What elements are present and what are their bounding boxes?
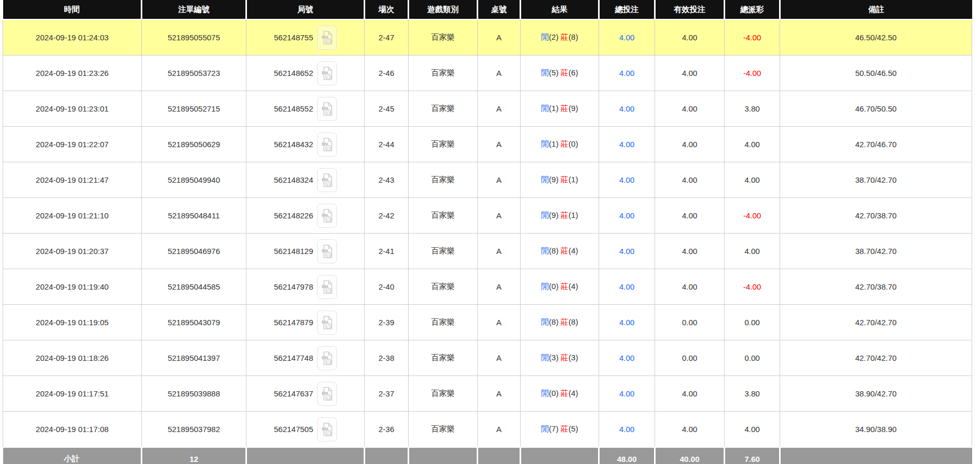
cell-valid-bet: 4.00 bbox=[655, 376, 725, 412]
result-player-score: (9) bbox=[549, 175, 558, 184]
video-playback-button[interactable] bbox=[317, 26, 337, 50]
cell-round-id: 562148324 bbox=[246, 162, 365, 198]
footer-empty-table-no bbox=[478, 447, 521, 464]
result-banker-label: 莊 bbox=[561, 68, 569, 77]
cell-round-id: 562148432 bbox=[246, 127, 365, 162]
cell-round-id: 562147748 bbox=[246, 340, 365, 376]
result-player-score: (8) bbox=[549, 246, 558, 255]
cell-valid-bet: 4.00 bbox=[655, 56, 725, 91]
round-number: 562147505 bbox=[274, 425, 313, 434]
cell-remark: 42.70/38.70 bbox=[780, 198, 972, 234]
cell-table-no: A bbox=[478, 91, 521, 127]
total-bet-link[interactable]: 4.00 bbox=[619, 247, 634, 256]
result-player-label: 閒 bbox=[541, 353, 549, 362]
cell-payout: -4.00 bbox=[725, 269, 780, 305]
video-playback-button[interactable] bbox=[317, 382, 337, 406]
result-player-label: 閒 bbox=[541, 282, 549, 291]
cell-round-id: 562148755 bbox=[246, 19, 365, 56]
cell-remark: 46.50/42.50 bbox=[780, 19, 972, 56]
cell-game-type: 百家樂 bbox=[409, 198, 478, 234]
total-bet-link[interactable]: 4.00 bbox=[619, 353, 634, 362]
result-player-score: (9) bbox=[549, 211, 558, 219]
col-header-result: 結果 bbox=[521, 0, 599, 19]
video-playback-button[interactable] bbox=[317, 275, 337, 299]
result-player-label: 閒 bbox=[541, 389, 549, 397]
cell-valid-bet: 0.00 bbox=[655, 305, 725, 340]
cell-total-bet: 4.00 bbox=[599, 19, 655, 56]
result-banker-label: 莊 bbox=[561, 424, 569, 433]
total-bet-link[interactable]: 4.00 bbox=[619, 211, 634, 220]
result-banker-label: 莊 bbox=[561, 353, 569, 362]
result-player-label: 閒 bbox=[541, 246, 549, 255]
video-playback-button[interactable] bbox=[317, 311, 337, 335]
result-banker-score: (0) bbox=[569, 139, 578, 148]
cell-round-id: 562148226 bbox=[246, 198, 365, 234]
total-bet-link[interactable]: 4.00 bbox=[619, 318, 634, 327]
cell-round-id: 562147505 bbox=[246, 412, 365, 448]
video-playback-button[interactable] bbox=[317, 346, 337, 370]
cell-total-bet: 4.00 bbox=[599, 376, 655, 412]
result-player-score: (0) bbox=[549, 282, 558, 291]
round-number: 562147879 bbox=[274, 318, 313, 327]
video-playback-icon bbox=[321, 65, 333, 81]
cell-payout: 0.00 bbox=[725, 340, 780, 376]
cell-result: 閒(8) 莊(8) bbox=[521, 305, 599, 340]
cell-valid-bet: 4.00 bbox=[655, 91, 725, 127]
cell-time: 2024-09-19 01:22:07 bbox=[3, 127, 142, 162]
cell-bet-id: 521895043079 bbox=[142, 305, 246, 340]
cell-game-type: 百家樂 bbox=[409, 340, 478, 376]
video-playback-button[interactable] bbox=[317, 204, 337, 228]
cell-round-id: 562147978 bbox=[246, 269, 365, 305]
footer-payout: 7.60 bbox=[725, 447, 780, 464]
result-player-score: (7) bbox=[549, 424, 558, 433]
total-bet-link[interactable]: 4.00 bbox=[619, 104, 634, 113]
footer-empty-remark bbox=[780, 447, 972, 464]
cell-total-bet: 4.00 bbox=[599, 340, 655, 376]
cell-game-type: 百家樂 bbox=[409, 412, 478, 448]
round-number: 562148755 bbox=[274, 33, 313, 42]
cell-table-no: A bbox=[478, 198, 521, 234]
cell-bet-id: 521895055075 bbox=[142, 19, 246, 56]
video-playback-button[interactable] bbox=[317, 132, 337, 157]
total-bet-link[interactable]: 4.00 bbox=[619, 33, 634, 42]
result-player-label: 閒 bbox=[541, 32, 549, 41]
result-player-score: (1) bbox=[549, 104, 558, 113]
video-playback-button[interactable] bbox=[317, 61, 337, 85]
result-player-score: (0) bbox=[549, 389, 558, 397]
bet-history-row: 2024-09-19 01:19:40 521895044585 5621479… bbox=[3, 269, 972, 305]
result-banker-score: (4) bbox=[569, 246, 578, 255]
cell-result: 閒(9) 莊(1) bbox=[521, 162, 599, 198]
col-header-remark: 備註 bbox=[780, 0, 972, 19]
video-playback-button[interactable] bbox=[317, 97, 337, 121]
total-bet-link[interactable]: 4.00 bbox=[619, 175, 634, 184]
cell-result: 閒(9) 莊(1) bbox=[521, 198, 599, 234]
footer-empty-result bbox=[521, 447, 599, 464]
total-bet-link[interactable]: 4.00 bbox=[619, 69, 634, 78]
cell-table-no: A bbox=[478, 376, 521, 412]
cell-session: 2-39 bbox=[365, 305, 409, 340]
col-header-game-type: 遊戲類別 bbox=[409, 0, 478, 19]
video-playback-button[interactable] bbox=[317, 239, 337, 263]
footer-row-count: 12 bbox=[142, 447, 246, 464]
video-playback-button[interactable] bbox=[317, 168, 337, 192]
cell-table-no: A bbox=[478, 412, 521, 448]
total-bet-link[interactable]: 4.00 bbox=[619, 140, 634, 149]
cell-bet-id: 521895044585 bbox=[142, 269, 246, 305]
cell-game-type: 百家樂 bbox=[409, 376, 478, 412]
cell-session: 2-37 bbox=[365, 376, 409, 412]
total-bet-link[interactable]: 4.00 bbox=[619, 389, 634, 398]
video-playback-button[interactable] bbox=[317, 417, 337, 441]
cell-round-id: 562147637 bbox=[246, 376, 365, 412]
cell-game-type: 百家樂 bbox=[409, 91, 478, 127]
total-bet-link[interactable]: 4.00 bbox=[619, 282, 634, 291]
cell-valid-bet: 4.00 bbox=[655, 198, 725, 234]
result-player-label: 閒 bbox=[541, 175, 549, 184]
cell-session: 2-36 bbox=[365, 412, 409, 448]
cell-round-id: 562148652 bbox=[246, 56, 365, 91]
cell-result: 閒(2) 莊(8) bbox=[521, 19, 599, 56]
result-banker-score: (4) bbox=[569, 389, 578, 397]
cell-session: 2-41 bbox=[365, 234, 409, 269]
result-banker-label: 莊 bbox=[561, 104, 569, 113]
total-bet-link[interactable]: 4.00 bbox=[619, 425, 634, 434]
video-playback-icon bbox=[321, 422, 333, 437]
